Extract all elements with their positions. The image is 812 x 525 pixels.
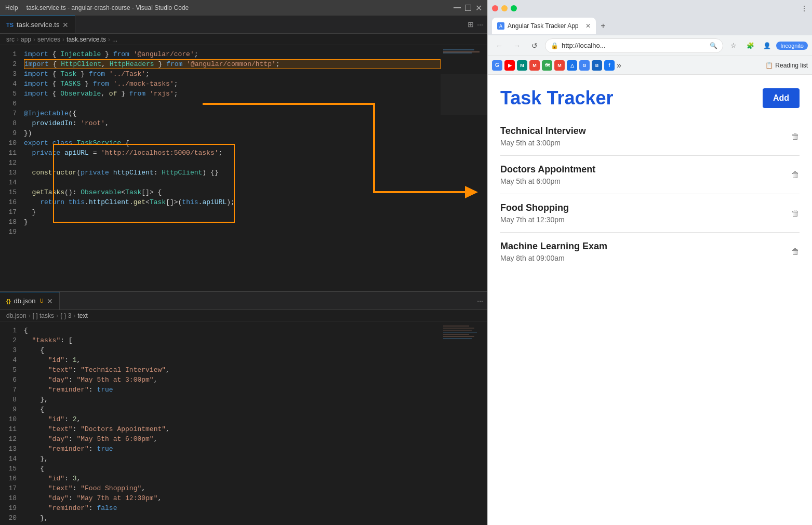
more-actions-icon[interactable]: ··· <box>477 20 483 29</box>
code-lines-top: import { Injectable } from '@angular/cor… <box>22 45 441 291</box>
code-line-12 <box>24 158 441 168</box>
task-info-1: Technical Interview May 5th at 3:00pm <box>500 126 586 147</box>
address-bar[interactable]: 🔒 http://localho... 🔍 <box>545 38 723 53</box>
reading-list-label: Reading list <box>775 62 808 69</box>
tab-close-task-service[interactable]: ✕ <box>62 21 69 29</box>
close-button[interactable]: ✕ <box>475 3 482 13</box>
task-info-3: Food Shopping May 7th at 12:30pm <box>500 203 569 224</box>
json-line-3: { <box>24 345 441 355</box>
json-line-10: "id": 2, <box>24 414 441 424</box>
browser-min-btn[interactable] <box>501 5 508 11</box>
minimap-bottom-svg <box>441 321 487 525</box>
json-line-14: }, <box>24 454 441 464</box>
forward-button[interactable]: → <box>510 38 524 53</box>
json-line-15: { <box>24 464 441 474</box>
search-icon: 🔍 <box>710 42 717 49</box>
json-line-18: "day": "May 7th at 12:30pm", <box>24 493 441 503</box>
breadcrumb-file: task.service.ts <box>66 36 106 43</box>
lock-icon: 🔒 <box>551 42 558 49</box>
line-numbers-bottom: 12345 678910 1112131415 1617181920 21222… <box>0 321 22 525</box>
bottom-tab-bar: {} db.json U ✕ ··· <box>0 292 487 310</box>
bc-tasks-array: [ ] tasks <box>33 312 54 319</box>
bookmark-star-icon[interactable]: ☆ <box>726 38 741 53</box>
bookmark-youtube[interactable]: ▶ <box>504 60 515 71</box>
breadcrumb-app: app <box>21 36 31 43</box>
svg-rect-5 <box>441 321 487 525</box>
task-info-2: Doctors Appointment May 5th at 6:00pm <box>500 164 595 185</box>
svg-rect-4 <box>441 74 487 115</box>
task-item-2: Doctors Appointment May 5th at 6:00pm 🗑 <box>500 156 800 194</box>
bookmarks-more-icon[interactable]: » <box>617 61 621 70</box>
bookmark-blue1[interactable]: B <box>592 60 602 71</box>
bookmark-maps[interactable]: 🗺 <box>542 60 552 71</box>
tab-label-task-service: task.service.ts <box>17 21 59 29</box>
code-line-7: @Injectable({ <box>24 109 441 118</box>
bookmark-facebook[interactable]: f <box>604 60 615 71</box>
bookmark-docs[interactable]: G <box>579 60 590 71</box>
json-line-8: }, <box>24 395 441 405</box>
breadcrumb-src: src <box>6 36 15 43</box>
help-menu[interactable]: Help <box>5 4 18 11</box>
bookmark-gmail[interactable]: M <box>529 60 540 71</box>
task-name-2: Doctors Appointment <box>500 164 595 175</box>
browser-tab-bar: A Angular Task Tracker App ✕ + <box>488 17 812 35</box>
breadcrumb-dots: ... <box>112 36 117 43</box>
browser-tab-close[interactable]: ✕ <box>585 22 591 30</box>
json-line-12: "day": "May 5th at 6:00pm", <box>24 434 441 444</box>
task-tracker-header: Task Tracker Add <box>488 75 812 117</box>
svg-rect-1 <box>443 49 474 50</box>
browser-active-tab[interactable]: A Angular Task Tracker App ✕ <box>492 18 596 34</box>
svg-rect-7 <box>443 328 474 329</box>
reading-list-button[interactable]: 📋 Reading list <box>765 62 808 69</box>
tab-task-service[interactable]: TS task.service.ts ✕ <box>0 16 75 33</box>
bookmark-gmail2[interactable]: M <box>554 60 565 71</box>
bottom-tab-actions: ··· <box>473 292 487 309</box>
bottom-editor-panel: {} db.json U ✕ ··· db.json › [ ] tasks ›… <box>0 291 487 525</box>
delete-task-3-icon[interactable]: 🗑 <box>791 209 800 218</box>
tab-close-db-json[interactable]: ✕ <box>47 297 53 305</box>
split-editor-icon[interactable]: ⊞ <box>468 20 474 29</box>
reload-button[interactable]: ↺ <box>527 38 542 53</box>
line-numbers-top: 12345 678910 1112131415 16171819 <box>0 45 22 291</box>
code-line-16: return this.httpClient.get<Task[]>(this.… <box>24 197 441 207</box>
browser-max-btn[interactable] <box>511 5 517 11</box>
json-line-19: "reminder": false <box>24 503 441 513</box>
new-tab-button[interactable]: + <box>596 19 610 33</box>
code-line-4: import { TASKS } from '../mock-tasks'; <box>24 79 441 89</box>
address-url: http://localho... <box>562 42 707 49</box>
json-line-16: "id": 3, <box>24 474 441 483</box>
maximize-button[interactable] <box>465 5 471 11</box>
back-button[interactable]: ← <box>492 38 507 53</box>
browser-toolbar: G ▶ M M 🗺 M △ G B f » 📋 Reading list <box>488 56 812 75</box>
top-editor: TS task.service.ts ✕ ⊞ ··· src › app › s… <box>0 16 487 291</box>
task-day-1: May 5th at 3:00pm <box>500 139 586 147</box>
breadcrumb-top: src › app › services › task.service.ts ›… <box>0 34 487 45</box>
bottom-code-area: 12345 678910 1112131415 1617181920 21222… <box>0 321 487 525</box>
extensions-icon[interactable]: 🧩 <box>743 38 757 53</box>
browser-extra-icon[interactable]: ⋮ <box>801 4 808 12</box>
browser-window-controls <box>492 5 517 11</box>
bookmark-drive[interactable]: △ <box>567 60 577 71</box>
browser-nav-bar: ← → ↺ 🔒 http://localho... 🔍 ☆ 🧩 👤 Incogn… <box>488 35 812 56</box>
delete-task-4-icon[interactable]: 🗑 <box>791 247 800 257</box>
add-task-button[interactable]: Add <box>763 88 800 108</box>
tab-label-db-json: db.json <box>14 297 36 305</box>
user-profile-icon[interactable]: 👤 <box>760 38 774 53</box>
tab-db-json[interactable]: {} db.json U ✕ <box>0 292 60 309</box>
bookmark-meet[interactable]: M <box>517 60 527 71</box>
nav-icons-right: ☆ 🧩 👤 Incognito <box>726 38 808 53</box>
delete-task-2-icon[interactable]: 🗑 <box>791 170 800 180</box>
bookmark-google[interactable]: G <box>492 60 502 71</box>
bottom-more-actions-icon[interactable]: ··· <box>477 297 483 305</box>
browser-close-btn[interactable] <box>492 5 498 11</box>
browser-tab-favicon: A <box>497 22 504 30</box>
svg-rect-10 <box>443 334 469 335</box>
code-line-2: import { HttpClient, HttpHeaders } from … <box>24 59 441 69</box>
minimap-svg <box>441 45 487 291</box>
json-icon: {} <box>6 298 11 304</box>
code-line-10: export class TaskService { <box>24 138 441 148</box>
delete-task-1-icon[interactable]: 🗑 <box>791 132 800 141</box>
minimize-button[interactable] <box>454 7 461 8</box>
incognito-badge[interactable]: Incognito <box>776 42 808 50</box>
task-day-3: May 7th at 12:30pm <box>500 216 569 224</box>
